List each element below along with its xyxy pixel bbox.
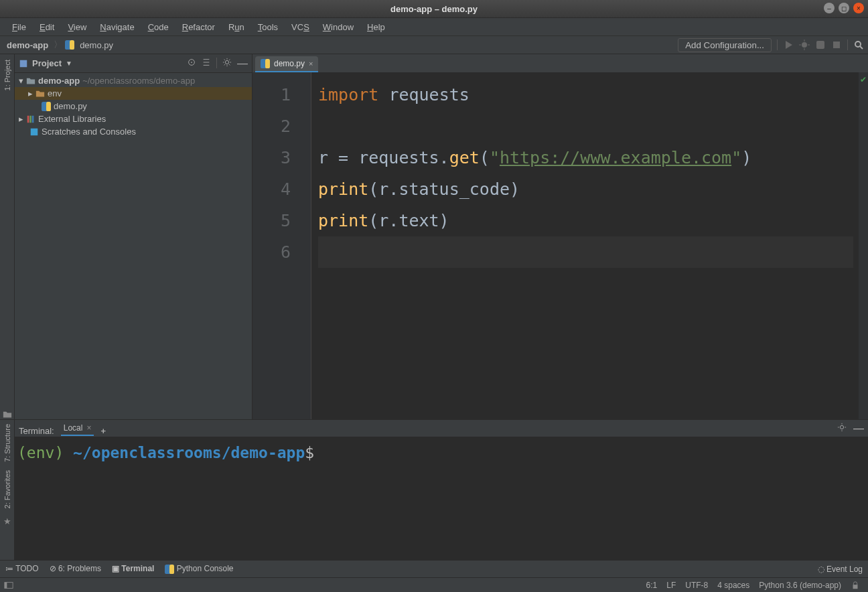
tool-todo[interactable]: ≔ TODO (5, 564, 39, 573)
svg-rect-12 (27, 115, 29, 123)
add-configuration-button[interactable]: Add Configuration... (678, 38, 772, 52)
hide-icon[interactable]: — (237, 58, 248, 70)
stop-icon[interactable] (831, 40, 842, 50)
tool-event-log[interactable]: ◌ Event Log (818, 565, 863, 574)
close-icon[interactable]: × (853, 3, 864, 13)
tree-root-path: ~/openclassrooms/demo-app (82, 76, 195, 86)
menu-refactor[interactable]: Refactor (175, 19, 222, 35)
menu-navigate[interactable]: Navigate (93, 19, 141, 35)
locate-icon[interactable] (187, 58, 196, 67)
line-number: 3 (252, 142, 291, 173)
project-toolbar: — (187, 58, 248, 70)
search-icon[interactable] (853, 40, 864, 50)
tree-demo-file[interactable]: demo.py (15, 100, 252, 113)
run-icon[interactable] (783, 40, 794, 50)
window-controls: – ◻ × (824, 3, 864, 13)
terminal-panel: 7: Structure 2: Favorites ★ Terminal: Lo… (0, 419, 868, 560)
tree-external-libs[interactable]: ▸ External Libraries (15, 113, 252, 125)
left-stripe: 1: Project (0, 54, 15, 419)
menu-vcs[interactable]: VCS (285, 19, 316, 35)
status-line-ending[interactable]: LF (666, 581, 676, 590)
gear-icon[interactable] (837, 423, 847, 432)
terminal-tab-local[interactable]: Local × (61, 421, 94, 436)
line-number: 6 (252, 236, 291, 268)
terminal-prompt: $ (305, 444, 314, 461)
line-number: 5 (252, 205, 291, 236)
close-icon[interactable]: × (86, 423, 91, 433)
menu-view[interactable]: View (61, 19, 93, 35)
terminal-content[interactable]: (env) ~/openclassrooms/demo-app$ (15, 437, 868, 560)
library-icon (26, 115, 35, 124)
menu-edit[interactable]: Edit (33, 19, 61, 35)
terminal-tab-label: Local (64, 423, 83, 433)
code-content[interactable]: import requests r = requests.get("https:… (311, 72, 859, 419)
left-stripe-lower: 7: Structure 2: Favorites ★ (0, 420, 15, 560)
status-encoding[interactable]: UTF-8 (685, 581, 708, 590)
svg-point-5 (855, 42, 861, 47)
editor-tab-demo[interactable]: demo.py × (255, 56, 318, 72)
separator (777, 40, 778, 50)
close-icon[interactable]: × (309, 60, 313, 68)
status-position[interactable]: 6:1 (646, 581, 658, 590)
line-gutter: 1 2 3 4 5 6 (252, 72, 311, 419)
tool-window-project[interactable]: 1: Project (3, 60, 11, 90)
menu-tools[interactable]: Tools (251, 19, 285, 35)
project-tool-window: Project ▼ — ▾ demo-app ~/openclassrooms/… (15, 54, 252, 419)
svg-rect-22 (5, 582, 7, 588)
run-with-coverage-icon[interactable] (815, 40, 826, 50)
titlebar: demo-app – demo.py – ◻ × (0, 0, 868, 18)
separator (847, 40, 848, 50)
menu-run[interactable]: Run (222, 19, 251, 35)
debug-icon[interactable] (799, 40, 810, 50)
breadcrumb-root[interactable]: demo-app (4, 39, 51, 52)
svg-rect-1 (70, 40, 74, 50)
code-editor[interactable]: 1 2 3 4 5 6 import requests r = requests… (252, 72, 868, 419)
chevron-right-icon: 〉 (54, 39, 62, 51)
tool-window-structure[interactable]: 7: Structure (3, 424, 11, 462)
svg-point-2 (802, 42, 807, 48)
svg-rect-23 (853, 585, 858, 589)
tree-env[interactable]: ▸ env (15, 87, 252, 100)
chevron-down-icon[interactable]: ▾ (19, 76, 23, 86)
tool-terminal[interactable]: ▣ Terminal (112, 564, 154, 573)
menu-window[interactable]: Window (316, 19, 360, 35)
maximize-icon[interactable]: ◻ (839, 3, 849, 13)
tool-window-favorites[interactable]: 2: Favorites (3, 470, 11, 508)
minimize-icon[interactable]: – (824, 3, 835, 13)
add-terminal-button[interactable]: + (100, 426, 106, 436)
line-number: 1 (252, 79, 291, 110)
toolbar-right: Add Configuration... (678, 38, 864, 52)
status-interpreter[interactable]: Python 3.6 (demo-app) (759, 581, 841, 590)
star-icon: ★ (3, 516, 11, 526)
menu-help[interactable]: Help (360, 19, 392, 35)
tool-window-toggle-icon[interactable] (4, 581, 13, 590)
tool-python-console[interactable]: Python Console (165, 564, 233, 574)
tree-scratches[interactable]: Scratches and Consoles (15, 125, 252, 138)
gear-icon[interactable] (222, 58, 232, 67)
bottom-tool-bar: ≔ TODO ⊘ 6: Problems ▣ Terminal Python C… (0, 560, 868, 577)
menu-file[interactable]: File (5, 19, 33, 35)
chevron-right-icon[interactable]: ▸ (28, 88, 33, 98)
editor-tabs: demo.py × (252, 54, 868, 72)
chevron-down-icon[interactable]: ▼ (66, 60, 72, 67)
hide-icon[interactable]: — (853, 423, 864, 435)
menubar: File Edit View Navigate Code Refactor Ru… (0, 18, 868, 36)
expand-all-icon[interactable] (202, 58, 211, 67)
tool-problems[interactable]: ⊘ 6: Problems (50, 564, 101, 573)
folder-icon (26, 76, 35, 86)
project-icon (19, 59, 28, 68)
menu-code[interactable]: Code (141, 19, 175, 35)
status-indent[interactable]: 4 spaces (717, 581, 749, 590)
tree-root[interactable]: ▾ demo-app ~/openclassrooms/demo-app (15, 74, 252, 87)
python-file-icon (261, 59, 270, 68)
svg-rect-17 (265, 59, 270, 68)
tree-ext-libs-label: External Libraries (38, 114, 106, 124)
project-tree[interactable]: ▾ demo-app ~/openclassrooms/demo-app ▸ e… (15, 73, 252, 139)
lock-icon[interactable] (851, 581, 860, 590)
chevron-right-icon[interactable]: ▸ (19, 114, 23, 124)
svg-rect-20 (169, 565, 174, 574)
python-file-icon (42, 102, 51, 111)
breadcrumb: demo-app 〉 demo.py (4, 39, 116, 52)
breadcrumb-file[interactable]: demo.py (77, 39, 116, 52)
folder-icon (3, 410, 12, 419)
